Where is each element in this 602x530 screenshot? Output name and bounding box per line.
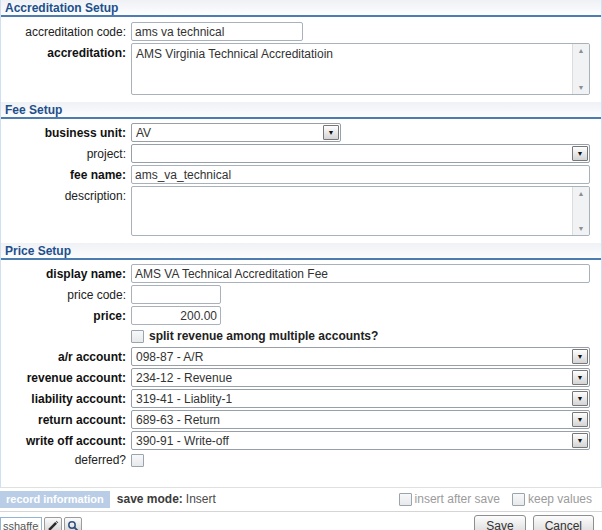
- keep-values-option: keep values: [512, 492, 592, 506]
- accreditation-textarea-frame: AMS Virginia Technical Accreditatioin ▲ …: [131, 43, 590, 95]
- business-unit-select[interactable]: AV ▼: [131, 123, 341, 142]
- price-code-label: price code:: [1, 288, 131, 302]
- fee-name-label: fee name:: [1, 168, 131, 182]
- textarea-scrollbar[interactable]: ▲ ▼: [572, 187, 589, 235]
- accreditation-code-input[interactable]: [131, 22, 303, 41]
- chevron-down-icon[interactable]: ▼: [572, 370, 588, 385]
- price-label: price:: [1, 309, 131, 323]
- chevron-down-icon[interactable]: ▼: [572, 349, 588, 364]
- record-information-tab[interactable]: record information: [0, 491, 110, 508]
- accreditation-code-label: accreditation code:: [1, 25, 131, 39]
- ar-account-value: 098-87 - A/R: [132, 350, 571, 364]
- write-off-account-label: write off account:: [1, 434, 131, 448]
- scroll-down-icon[interactable]: ▼: [578, 222, 585, 235]
- keep-values-checkbox[interactable]: [512, 493, 525, 506]
- return-account-label: return account:: [1, 413, 131, 427]
- display-name-input[interactable]: [131, 264, 590, 283]
- cancel-button[interactable]: Cancel: [533, 515, 594, 530]
- scroll-up-icon[interactable]: ▲: [578, 187, 585, 200]
- chevron-down-icon[interactable]: ▼: [572, 391, 588, 406]
- save-mode-label: save mode:: [117, 492, 183, 506]
- business-unit-label: business unit:: [1, 126, 131, 140]
- revenue-account-value: 234-12 - Revenue: [132, 371, 571, 385]
- accreditation-textarea[interactable]: AMS Virginia Technical Accreditatioin: [134, 45, 570, 93]
- revenue-account-label: revenue account:: [1, 371, 131, 385]
- section-header-fee-setup: Fee Setup: [1, 102, 601, 119]
- chevron-down-icon[interactable]: ▼: [572, 146, 588, 161]
- username-input[interactable]: [0, 517, 42, 530]
- revenue-account-select[interactable]: 234-12 - Revenue ▼: [131, 368, 590, 387]
- chevron-down-icon[interactable]: ▼: [572, 433, 588, 448]
- section-header-price-setup: Price Setup: [1, 243, 601, 260]
- scroll-up-icon[interactable]: ▲: [578, 44, 585, 57]
- pencil-icon: [47, 520, 59, 530]
- split-revenue-checkbox[interactable]: [131, 330, 144, 343]
- ar-account-select[interactable]: 098-87 - A/R ▼: [131, 347, 590, 366]
- keep-values-label: keep values: [528, 492, 592, 506]
- accreditation-label: accreditation:: [1, 43, 131, 60]
- insert-after-save-label: insert after save: [415, 492, 500, 506]
- ar-account-label: a/r account:: [1, 350, 131, 364]
- save-button[interactable]: Save: [474, 515, 525, 530]
- insert-after-save-option: insert after save: [399, 492, 500, 506]
- display-name-label: display name:: [1, 267, 131, 281]
- project-label: project:: [1, 147, 131, 161]
- description-textarea[interactable]: [134, 188, 570, 234]
- write-off-account-select[interactable]: 390-91 - Write-off ▼: [131, 431, 590, 450]
- return-account-value: 689-63 - Return: [132, 413, 571, 427]
- liability-account-select[interactable]: 319-41 - Liablity-1 ▼: [131, 389, 590, 408]
- textarea-scrollbar[interactable]: ▲ ▼: [572, 44, 589, 94]
- form-panel: Accreditation Setup accreditation code: …: [0, 0, 602, 488]
- description-textarea-frame: ▲ ▼: [131, 186, 590, 236]
- chevron-down-icon[interactable]: ▼: [572, 412, 588, 427]
- fee-name-input[interactable]: [131, 165, 590, 184]
- save-mode: save mode:Insert: [117, 492, 216, 506]
- chevron-down-icon[interactable]: ▼: [323, 125, 339, 140]
- business-unit-value: AV: [132, 126, 322, 140]
- scroll-down-icon[interactable]: ▼: [578, 81, 585, 94]
- insert-after-save-checkbox[interactable]: [399, 493, 412, 506]
- search-button[interactable]: [64, 517, 82, 530]
- price-code-input[interactable]: [131, 285, 221, 304]
- deferred-label: deferred?: [1, 453, 131, 467]
- split-revenue-label: split revenue among multiple accounts?: [149, 329, 378, 343]
- footer-action-row: Save Cancel: [0, 512, 602, 530]
- liability-account-label: liability account:: [1, 392, 131, 406]
- save-mode-value: Insert: [186, 492, 216, 506]
- return-account-select[interactable]: 689-63 - Return ▼: [131, 410, 590, 429]
- footer-status-row: record information save mode:Insert inse…: [0, 490, 602, 508]
- section-header-accreditation-setup: Accreditation Setup: [1, 0, 601, 17]
- liability-account-value: 319-41 - Liablity-1: [132, 392, 571, 406]
- edit-button[interactable]: [44, 517, 62, 530]
- price-input[interactable]: [131, 306, 221, 325]
- deferred-checkbox[interactable]: [131, 454, 144, 467]
- write-off-account-value: 390-91 - Write-off: [132, 434, 571, 448]
- project-select[interactable]: ▼: [131, 144, 590, 163]
- magnifier-icon: [67, 520, 79, 530]
- description-label: description:: [1, 186, 131, 203]
